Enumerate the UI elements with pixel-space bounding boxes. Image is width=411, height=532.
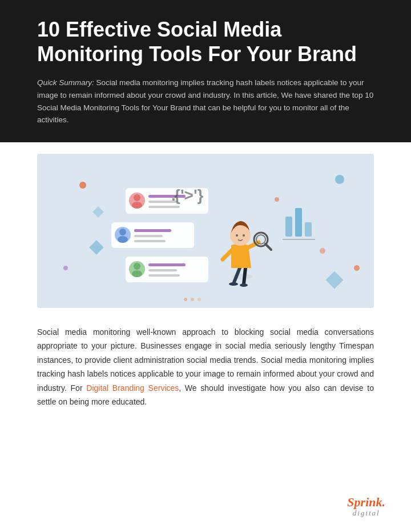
- svg-rect-17: [148, 206, 180, 208]
- svg-point-13: [134, 194, 140, 201]
- page-title: 10 Effective Social Media Monitoring Too…: [37, 17, 374, 66]
- svg-point-51: [275, 197, 279, 202]
- svg-text:{'>'}: {'>'}: [174, 186, 204, 204]
- svg-point-52: [320, 248, 325, 254]
- svg-point-8: [184, 298, 187, 301]
- svg-point-21: [118, 236, 128, 243]
- svg-point-2: [335, 175, 344, 184]
- svg-point-47: [236, 234, 238, 237]
- body-paragraph: Social media monitoring well-known appro…: [37, 325, 374, 409]
- svg-rect-22: [134, 229, 171, 232]
- logo-digital-text: digital: [353, 509, 380, 518]
- svg-rect-0: [37, 154, 374, 308]
- svg-rect-32: [285, 217, 292, 237]
- page-container: 10 Effective Social Media Monitoring Too…: [0, 0, 411, 532]
- svg-point-20: [119, 229, 126, 235]
- svg-point-28: [132, 270, 142, 277]
- header-section: 10 Effective Social Media Monitoring Too…: [0, 0, 411, 142]
- svg-rect-23: [134, 235, 163, 237]
- svg-point-10: [198, 298, 201, 301]
- quick-summary: Quick Summary: Social media monitoring i…: [37, 77, 374, 126]
- svg-line-38: [244, 268, 245, 284]
- svg-rect-24: [134, 240, 166, 242]
- quick-summary-label: Quick Summary:: [37, 78, 94, 87]
- illustration-svg: {'>'} .: [37, 154, 374, 308]
- footer-logo: Sprink. digital: [347, 496, 385, 518]
- svg-point-4: [63, 266, 68, 270]
- svg-point-27: [134, 263, 140, 270]
- svg-rect-34: [305, 222, 312, 237]
- svg-point-39: [229, 282, 238, 286]
- logo-sprink-text: Sprink.: [347, 496, 385, 509]
- svg-text:.: .: [171, 186, 176, 204]
- svg-rect-31: [148, 274, 180, 277]
- illustration-container: {'>'} .: [37, 154, 374, 308]
- svg-rect-29: [148, 263, 186, 266]
- svg-rect-30: [148, 269, 177, 271]
- svg-point-14: [132, 202, 142, 209]
- svg-rect-33: [295, 208, 302, 237]
- svg-point-40: [240, 283, 248, 287]
- svg-point-3: [354, 265, 360, 271]
- svg-point-9: [191, 298, 194, 301]
- svg-point-1: [79, 182, 86, 189]
- svg-point-48: [243, 234, 245, 237]
- digital-branding-link[interactable]: Digital Branding Services: [86, 383, 179, 393]
- body-text-start: Social media monitoring well-known appro…: [37, 327, 374, 393]
- body-text-section: Social media monitoring well-known appro…: [0, 319, 411, 432]
- logo-dot: .: [382, 495, 386, 509]
- hero-image: {'>'} .: [37, 154, 374, 308]
